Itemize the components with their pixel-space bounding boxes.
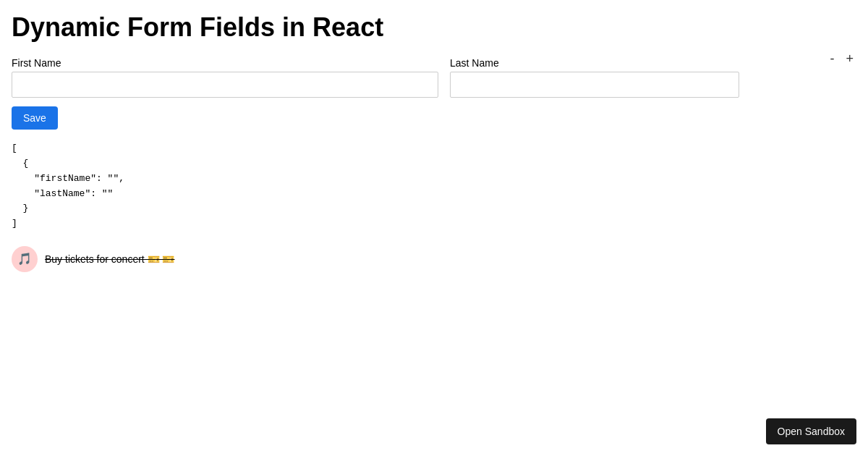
first-name-group: First Name: [12, 57, 438, 98]
last-name-group: Last Name: [450, 57, 739, 98]
form-row: First Name Last Name: [12, 57, 856, 98]
page-title: Dynamic Form Fields in React: [12, 12, 856, 43]
promo-icon: 🎵: [12, 246, 38, 272]
add-field-button[interactable]: +: [843, 52, 856, 65]
main-content: Dynamic Form Fields in React First Name …: [0, 0, 868, 272]
first-name-label: First Name: [12, 57, 438, 69]
save-button[interactable]: Save: [12, 106, 58, 130]
promo-text: Buy tickets for concert 🎫 🎫: [45, 253, 175, 265]
last-name-label: Last Name: [450, 57, 739, 69]
code-output: [ { "firstName": "", "lastName": "" } ]: [12, 141, 856, 232]
promo-area: 🎵 Buy tickets for concert 🎫 🎫: [12, 246, 856, 272]
last-name-input[interactable]: [450, 72, 739, 98]
open-sandbox-button[interactable]: Open Sandbox: [766, 418, 856, 444]
first-name-input[interactable]: [12, 72, 438, 98]
field-controls: - +: [827, 52, 856, 65]
remove-field-button[interactable]: -: [827, 52, 837, 65]
